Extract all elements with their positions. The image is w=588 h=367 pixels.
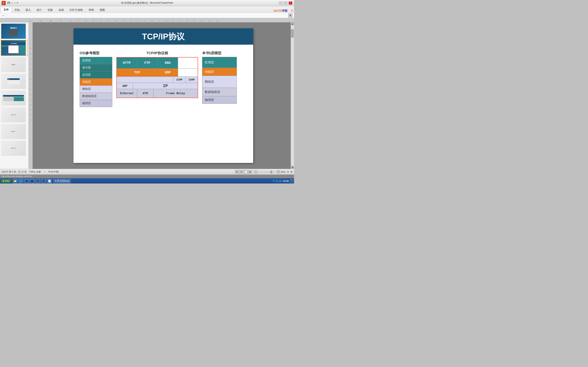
slide-preview-7: 幻灯片 7 <box>1 124 26 139</box>
clock: 22:05 <box>283 180 289 183</box>
slide-preview-1: 网络技术 <box>1 24 26 39</box>
slide-count: 幻灯片 第 2 张，共 12 张 <box>2 170 26 173</box>
five-layer-datalink: 数据链路层 <box>202 88 237 96</box>
slide-preview-4: 标题 <box>1 74 26 89</box>
time-display: 22:05 <box>283 180 289 183</box>
title-bar-left: P 💾 ↩ ↪ ▼ <box>2 1 18 5</box>
five-layers: 应用层 传输层 网络层 数据链路层 物理层 <box>202 57 237 104</box>
taskbar-active-window[interactable]: P 06 应用层.ppt <box>53 179 71 183</box>
theme-info: "Office 主题" <box>29 170 42 173</box>
zoom-in-btn[interactable]: + <box>277 170 280 174</box>
zoom-out-btn[interactable]: − <box>254 170 258 174</box>
taskbar-browser-icon[interactable]: 🌐 <box>18 179 23 183</box>
tab-home[interactable]: 开始 <box>12 7 22 13</box>
restore-button[interactable]: □ <box>284 1 287 5</box>
taskbar-folder-icon[interactable]: 📁 <box>13 179 17 183</box>
cell-frame-relay: Frame Relay <box>154 89 198 98</box>
tab-view[interactable]: 视图 <box>97 7 108 13</box>
reading-view-btn[interactable]: 📄 <box>244 170 248 174</box>
close-button[interactable]: ✕ <box>289 1 292 5</box>
cell-igmp: IGMP <box>185 77 198 83</box>
taskbar-title: 06 应用层.ppt <box>57 180 69 183</box>
slide-thumb-6[interactable]: 6 幻灯片 6 <box>1 107 27 123</box>
tcpip-stack-column: TCP/IP协议栈 HTTP FTP DNS TCP <box>116 51 198 98</box>
osi-layers: 应用层 表示层 会话层 传输层 <box>80 57 112 107</box>
scrollbar-track <box>291 25 294 166</box>
window-controls: ─ □ ✕ <box>279 1 292 5</box>
redo-icon[interactable]: ↪ <box>14 2 16 4</box>
vertical-scrollbar[interactable]: ▲ ▼ <box>291 22 294 169</box>
slide-preview-3: 网络层 <box>1 57 26 72</box>
close-ribbon-button[interactable]: ✕ <box>288 13 292 17</box>
minimize-button[interactable]: ─ <box>279 1 283 5</box>
slide-thumb-3[interactable]: 3 网络层 <box>1 57 27 73</box>
ribbon-divider <box>6 14 6 17</box>
taskbar-app1-icon[interactable]: 🗋 <box>35 179 40 183</box>
cell-tcp: TCP <box>117 68 158 76</box>
tab-insert[interactable]: 插入 <box>23 7 34 13</box>
outline-btn[interactable]: ≡ <box>2 14 4 17</box>
ruler-marks: -12-11-10-9-8-7-6-5-4-3-2-10123456789101… <box>29 18 225 22</box>
tab-file[interactable]: 文件 <box>1 7 11 13</box>
zoom-slider[interactable] <box>259 171 275 173</box>
undo-icon[interactable]: ↩ <box>11 2 13 4</box>
taskbar-media-icon[interactable]: ▶ <box>30 179 35 183</box>
scrollbar-thumb[interactable] <box>291 29 294 38</box>
slide-sorter-btn[interactable]: ⊟ <box>239 170 243 174</box>
taskbar-app2-icon[interactable]: 📄 <box>47 179 52 183</box>
tab-slideshow[interactable]: 幻灯片放映 <box>67 7 86 13</box>
slide-panel: 1 网络技术 2 TCP/IP协议 <box>0 22 29 169</box>
office-icon: P <box>2 1 6 5</box>
taskbar-right: 🛡 🌐 🔊 22:05 <box>273 179 293 183</box>
tab-transitions[interactable]: 切换 <box>45 7 56 13</box>
normal-view-btn[interactable]: ⊞ <box>235 170 239 174</box>
cell-ip-space <box>117 77 173 83</box>
scroll-up-btn[interactable]: ▲ <box>291 22 294 25</box>
slide-thumb-5[interactable]: 5 <box>1 90 27 106</box>
windows-icon: ⊞ <box>2 180 4 183</box>
network-left: ICMP IGMP ARP IP <box>117 77 198 89</box>
window-title: 06 应用层.ppt [兼容模式] - Microsoft PowerPoint <box>121 1 173 5</box>
zoom-thumb[interactable] <box>270 171 272 174</box>
cell-udp: UDP <box>158 68 178 76</box>
slideshow-btn[interactable]: ▶ <box>248 170 252 174</box>
ribbon: 文件 开始 插入 设计 切换 动画 幻灯片放映 审阅 视图 51CTO学院 ❓ … <box>0 6 294 18</box>
tab-animations[interactable]: 动画 <box>56 7 67 13</box>
zoom-level: 90% <box>281 171 285 173</box>
zoom-plus-btn[interactable]: ⊞ <box>291 170 292 173</box>
save-icon[interactable]: 💾 <box>7 2 10 4</box>
tab-review[interactable]: 审阅 <box>86 7 96 13</box>
ppt-app-icon: P <box>55 180 56 182</box>
cell-ethernet: Ethernet <box>117 89 137 98</box>
start-button[interactable]: ⊞ 开始 <box>1 179 11 183</box>
arp-ip-row: ARP IP <box>117 83 198 89</box>
cell-transport-empty <box>178 68 198 76</box>
slide-thumb-2[interactable]: 2 TCP/IP协议 <box>1 40 27 56</box>
tcpip-row-transport: TCP UDP <box>117 68 198 77</box>
scroll-down-btn[interactable]: ▼ <box>291 166 294 169</box>
taskbar-ppt-icon[interactable]: P <box>41 179 46 183</box>
zoom-controls: − + 90% <box>254 170 285 174</box>
tray-volume-icon: 🔊 <box>279 180 282 183</box>
slide-preview-2: TCP/IP协议 <box>1 40 26 55</box>
show-desktop-btn[interactable] <box>290 179 293 183</box>
slide-thumb-7[interactable]: 7 幻灯片 7 <box>1 124 27 140</box>
tcpip-row-app: HTTP FTP DNS <box>117 58 198 68</box>
tab-design[interactable]: 设计 <box>34 7 44 13</box>
slide-thumb-1[interactable]: 1 网络技术 <box>1 23 27 39</box>
ruler: -12-11-10-9-8-7-6-5-4-3-2-10123456789101… <box>0 18 294 22</box>
main-layout: 1 网络技术 2 TCP/IP协议 <box>0 22 294 169</box>
slide-body: OSI参考模型 应用层 表示层 会话层 <box>73 47 253 111</box>
slide-header: TCP/IP协议 <box>73 28 253 45</box>
taskbar-settings-icon[interactable]: ⚙ <box>24 179 29 183</box>
osi-layer-datalink: 数据链路层 <box>80 92 112 100</box>
taskbar: ⊞ 开始 📁 🌐 ⚙ ▶ 🗋 P 📄 P 06 应用层.ppt 🛡 🌐 🔊 22… <box>0 178 294 184</box>
five-model-title: 本书5层模型 <box>202 51 237 55</box>
slide-canvas[interactable]: TCP/IP协议 OSI参考模型 应用层 表示层 <box>73 28 253 163</box>
quick-access: 💾 ↩ ↪ ▼ <box>7 2 18 4</box>
slide-thumb-8[interactable]: 8 幻灯片 8 <box>1 140 27 156</box>
fit-window-btn[interactable]: ⊡ <box>287 170 289 173</box>
slide-thumb-4[interactable]: 4 标题 <box>1 73 27 89</box>
dropdown-icon[interactable]: ▼ <box>16 2 18 4</box>
help-icon[interactable]: ❓ <box>290 9 293 12</box>
